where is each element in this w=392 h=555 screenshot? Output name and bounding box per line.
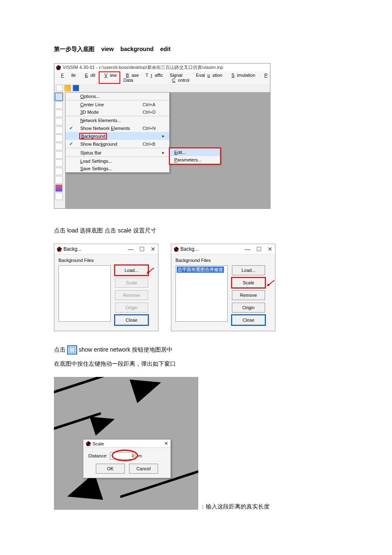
menu-simulation[interactable]: Simulation: [226, 72, 258, 83]
step-heading: 第一步导入底图 view background edit: [54, 46, 346, 53]
vissim-window: VISSIM 4.30-01 - c:\users\t-boss\desktop…: [54, 63, 270, 209]
bus-icon[interactable]: [55, 184, 63, 192]
scale-caption: ：输入这段距离的真实长度: [200, 503, 270, 512]
tool-new-icon[interactable]: [56, 85, 63, 91]
menu-evaluation[interactable]: Evaluation: [194, 72, 225, 83]
menubar[interactable]: File Edit View Base Data Traffic Signal …: [54, 71, 270, 84]
scale-dialog: Scale ✕ Distance: m OK Cancel: [83, 439, 171, 478]
background-dialog-empty: Backg... — ☐ ✕ Background Files Load... …: [54, 244, 158, 331]
text-entire-network: show entire network 按钮使地图居中: [79, 346, 173, 353]
maximize-icon[interactable]: ☐: [139, 246, 145, 252]
vehicle-icon[interactable]: [55, 159, 63, 167]
menu-signal[interactable]: Signal Control: [167, 72, 192, 83]
select-icon[interactable]: [55, 93, 63, 100]
pan-icon[interactable]: [55, 118, 63, 125]
dialog-title: Backg...: [63, 246, 81, 252]
list-item[interactable]: 总平面布置图合并修改: [177, 266, 224, 273]
files-label: Background Files: [175, 258, 271, 263]
background-submenu[interactable]: Edit... Parameters...: [170, 148, 220, 164]
detector-icon[interactable]: [55, 176, 63, 183]
instruction-entire-network: 点击 show entire network 按钮使地图居中: [54, 344, 346, 355]
scale-button[interactable]: Scale: [115, 278, 148, 288]
step-prefix: 第一步导入底图: [54, 46, 95, 52]
files-listbox[interactable]: [58, 265, 111, 322]
submenu-parameters[interactable]: Parameters...: [170, 156, 220, 164]
menu-view[interactable]: View: [100, 72, 119, 83]
menu-save-settings[interactable]: Save Settings...: [66, 165, 169, 172]
window-title: VISSIM 4.30-01 - c:\users\t-boss\desktop…: [63, 64, 223, 71]
load-button[interactable]: Load...: [232, 265, 265, 275]
titlebar: VISSIM 4.30-01 - c:\users\t-boss\desktop…: [54, 64, 270, 71]
app-icon: [86, 441, 91, 446]
menu-p[interactable]: P: [259, 72, 272, 83]
zoom-icon[interactable]: [55, 101, 63, 109]
ok-button[interactable]: OK: [96, 464, 125, 474]
distance-label: Distance:: [88, 453, 107, 458]
tool-open-icon[interactable]: [64, 85, 71, 91]
cancel-button[interactable]: Cancel: [129, 464, 158, 474]
link-icon[interactable]: [55, 134, 63, 142]
origin-button[interactable]: Origin: [232, 303, 265, 313]
close-icon[interactable]: ✕: [164, 441, 168, 446]
menu-file[interactable]: File: [56, 72, 78, 83]
app-icon: [57, 247, 62, 252]
menu-options[interactable]: Options...: [66, 93, 169, 100]
menu-show-background[interactable]: ✔Show BackgroundCtrl+B: [66, 140, 169, 148]
distance-input[interactable]: [110, 452, 136, 460]
submenu-edit[interactable]: Edit...: [170, 149, 220, 156]
app-icon: [56, 65, 61, 70]
instruction-drag: 在底图中按住左键拖动一段距离，弹出如下窗口: [54, 358, 346, 369]
menu-load-settings[interactable]: Load Settings...: [66, 157, 169, 165]
maximize-icon[interactable]: ☐: [256, 246, 262, 252]
run-icon[interactable]: [55, 126, 63, 134]
dialog-title: Backg...: [180, 246, 198, 252]
remove-button[interactable]: Remove: [232, 290, 265, 300]
scale-screenshot: Scale ✕ Distance: m OK Cancel: [54, 377, 198, 510]
scale-button[interactable]: Scale: [232, 278, 265, 288]
signal-icon[interactable]: [55, 168, 63, 175]
anchor-icon[interactable]: [55, 151, 63, 159]
show-entire-network-icon: [67, 345, 77, 355]
close-button[interactable]: Close: [115, 315, 148, 325]
remove-button[interactable]: Remove: [115, 290, 148, 300]
instruction-load-scale: 点击 load 选择底图 点击 scale 设置尺寸: [54, 225, 346, 236]
view-dropdown[interactable]: Options... Center LineCtrl+A 3D ModeCtrl…: [65, 92, 170, 173]
step-menu1: view: [101, 46, 114, 52]
background-dialog-loaded: Backg... — ☐ ✕ Background Files 总平面布置图合并…: [171, 244, 275, 331]
menu-background[interactable]: Background▸: [66, 132, 169, 140]
app-icon: [174, 247, 179, 252]
load-button[interactable]: Load...: [115, 265, 148, 275]
text-click: 点击: [54, 346, 66, 353]
menu-3dmode[interactable]: 3D ModeCtrl+D: [66, 108, 169, 116]
connector-icon[interactable]: [55, 143, 63, 150]
menu-traffic[interactable]: Traffic: [143, 72, 166, 83]
minimize-icon[interactable]: —: [245, 246, 251, 252]
menu-basedata[interactable]: Base Data: [121, 72, 141, 83]
files-label: Background Files: [58, 258, 154, 263]
menu-show-network-elements[interactable]: ✔Show Network ElementsCtrl+N: [66, 124, 169, 132]
menu-edit[interactable]: Edit: [80, 72, 98, 83]
menu-network-elements[interactable]: Network Elements...: [66, 117, 169, 124]
tool-palette: [54, 92, 65, 208]
files-listbox[interactable]: 总平面布置图合并修改: [175, 265, 228, 322]
close-button[interactable]: Close: [232, 315, 265, 325]
tool-save-icon[interactable]: [73, 85, 79, 91]
minimize-icon[interactable]: —: [128, 246, 134, 252]
toolbar: [54, 84, 270, 92]
canvas-area: Options... Center LineCtrl+A 3D ModeCtrl…: [65, 92, 270, 208]
unit-label: m: [138, 453, 142, 458]
close-icon[interactable]: ✕: [151, 246, 156, 252]
scale-title: Scale: [93, 441, 104, 446]
menu-centerline[interactable]: Center LineCtrl+A: [66, 101, 169, 108]
close-icon[interactable]: ✕: [268, 246, 273, 252]
menu-statusbar[interactable]: Status Bar▸: [66, 149, 169, 157]
step-menu2: background: [120, 46, 153, 52]
origin-button[interactable]: Origin: [115, 303, 148, 313]
misc-icon[interactable]: [55, 193, 63, 200]
step-menu3: edit: [160, 46, 170, 52]
zoom-in-icon[interactable]: [55, 110, 63, 117]
